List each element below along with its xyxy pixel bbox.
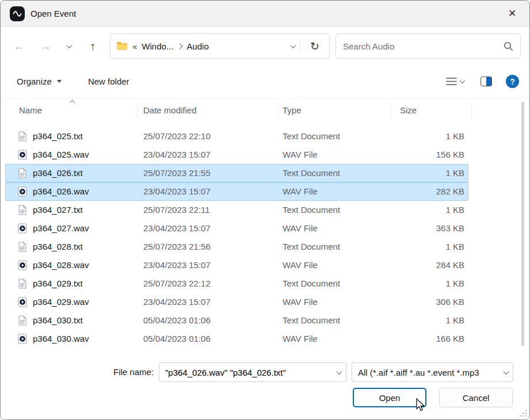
wav-file-icon: [18, 150, 27, 160]
file-row[interactable]: p364_028.wav 23/04/2023 15:07 WAV File 2…: [5, 256, 468, 274]
column-header-size[interactable]: Size: [400, 98, 417, 123]
column-headers: Name Date modified Type Size: [1, 98, 529, 123]
vertical-scrollbar[interactable]: [521, 102, 525, 346]
file-type: WAV File: [283, 146, 318, 164]
close-button[interactable]: ✕: [503, 5, 521, 23]
file-date: 05/04/2023 01:06: [143, 330, 211, 348]
wav-file-icon: [18, 334, 27, 344]
dialog-footer: File name: All (*.aif *.aiff *.au *.even…: [1, 348, 529, 419]
file-name-input[interactable]: [165, 368, 334, 377]
file-row[interactable]: p364_025.txt 25/07/2023 22:10 Text Docum…: [5, 127, 468, 146]
column-header-name[interactable]: Name: [19, 98, 42, 123]
file-date: 25/07/2023 21:56: [143, 238, 211, 256]
change-view-button[interactable]: [444, 75, 467, 88]
text-document-icon: [18, 131, 27, 142]
app-wave-icon: [10, 6, 25, 21]
cancel-button[interactable]: Cancel: [439, 388, 513, 407]
column-header-date-modified[interactable]: Date modified: [143, 98, 197, 123]
file-name: p364_025.txt: [33, 127, 83, 146]
chevron-down-icon[interactable]: [504, 369, 509, 375]
text-document-icon: [18, 205, 27, 215]
file-date: 23/04/2023 15:07: [143, 256, 211, 274]
file-type: Text Document: [283, 127, 340, 146]
text-document-icon: [18, 242, 27, 252]
file-type: Text Document: [283, 238, 340, 256]
file-type: WAV File: [283, 330, 318, 348]
file-row[interactable]: p364_025.wav 23/04/2023 15:07 WAV File 1…: [5, 146, 468, 164]
open-button[interactable]: Open: [353, 388, 426, 407]
file-name: p364_029.txt: [33, 274, 83, 293]
file-row[interactable]: p364_028.txt 25/07/2023 21:56 Text Docum…: [5, 238, 468, 256]
file-row[interactable]: p364_030.wav 05/04/2023 01:06 WAV File 1…: [5, 330, 468, 348]
preview-pane-button[interactable]: [478, 74, 494, 89]
titlebar: Open Event ✕: [1, 1, 529, 27]
open-event-dialog: Open Event ✕ ← → ↑ « Windo... Audio ↻ Or…: [0, 0, 530, 420]
file-name: p364_030.wav: [33, 330, 89, 348]
back-button[interactable]: ←: [9, 36, 29, 56]
new-folder-button[interactable]: New folder: [82, 73, 135, 90]
file-date: 23/04/2023 15:07: [143, 293, 211, 311]
file-row[interactable]: p364_027.txt 25/07/2023 22:11 Text Docum…: [5, 201, 468, 219]
file-icon-cell: [18, 334, 28, 344]
refresh-button[interactable]: ↻: [305, 36, 325, 56]
breadcrumb-current[interactable]: Audio: [186, 41, 208, 51]
breadcrumb-parent[interactable]: Windo...: [142, 41, 173, 51]
column-divider: [471, 103, 472, 119]
chevron-down-icon[interactable]: [337, 369, 342, 375]
recent-locations-button[interactable]: [62, 36, 76, 56]
file-name: p364_026.wav: [33, 182, 89, 201]
search-box[interactable]: [335, 33, 521, 59]
help-button[interactable]: ?: [506, 75, 519, 88]
file-date: 23/04/2023 15:07: [143, 182, 211, 201]
file-icon-cell: [18, 297, 28, 307]
file-icon-cell: [18, 278, 28, 289]
file-row[interactable]: p364_027.wav 23/04/2023 15:07 WAV File 3…: [5, 219, 468, 238]
file-icon-cell: [18, 223, 28, 234]
file-size: 1 KB: [349, 201, 464, 219]
column-header-type[interactable]: Type: [283, 98, 302, 123]
chevron-down-icon: [66, 43, 72, 48]
file-name: p364_025.wav: [33, 146, 89, 164]
file-size: 156 KB: [349, 146, 464, 164]
file-type-combobox[interactable]: All (*.aif *.aiff *.au *.event *.mp3: [352, 362, 513, 382]
file-name: p364_027.wav: [33, 219, 89, 238]
search-icon: [504, 41, 513, 51]
file-date: 23/04/2023 15:07: [143, 219, 211, 238]
file-row[interactable]: p364_026.wav 23/04/2023 15:07 WAV File 2…: [5, 182, 468, 201]
up-button[interactable]: ↑: [83, 36, 102, 56]
chevron-down-icon: [460, 78, 466, 83]
file-row[interactable]: p364_030.txt 05/04/2023 01:06 Text Docum…: [5, 311, 468, 330]
file-size: 1 KB: [349, 164, 464, 182]
list-view-icon: [446, 77, 457, 86]
file-icon-cell: [18, 186, 28, 197]
scrollbar-thumb[interactable]: [521, 102, 524, 346]
file-row[interactable]: p364_029.wav 23/04/2023 15:07 WAV File 3…: [5, 293, 468, 311]
command-bar: Organize New folder ?: [1, 65, 529, 98]
file-name-label: File name:: [98, 362, 154, 382]
file-type: Text Document: [283, 201, 340, 219]
breadcrumb-overflow[interactable]: «: [132, 41, 137, 51]
file-name-combobox[interactable]: [159, 362, 346, 382]
file-type: WAV File: [283, 256, 318, 274]
file-type: WAV File: [283, 293, 318, 311]
file-size: 306 KB: [349, 293, 464, 311]
file-name: p364_026.txt: [33, 164, 83, 182]
wav-file-icon: [18, 223, 27, 234]
navigation-bar: ← → ↑ « Windo... Audio ↻: [1, 27, 529, 65]
search-input[interactable]: [343, 41, 504, 51]
file-type: Text Document: [283, 274, 340, 293]
organize-label: Organize: [17, 77, 52, 86]
file-list: p364_025.txt 25/07/2023 22:10 Text Docum…: [1, 123, 529, 348]
forward-button[interactable]: →: [36, 36, 55, 56]
resize-grip[interactable]: [519, 409, 527, 417]
file-icon-cell: [18, 260, 28, 270]
file-row[interactable]: p364_026.txt 25/07/2023 21:55 Text Docum…: [5, 164, 468, 182]
file-type: Text Document: [283, 311, 340, 330]
file-size: 1 KB: [349, 127, 464, 146]
organize-button[interactable]: Organize: [11, 73, 67, 90]
file-row[interactable]: p364_029.txt 25/07/2023 22:12 Text Docum…: [5, 274, 468, 293]
address-bar[interactable]: « Windo... Audio ↻: [110, 33, 330, 59]
file-name: p364_030.txt: [33, 311, 83, 330]
address-dropdown-icon[interactable]: [291, 43, 296, 48]
file-size: 166 KB: [349, 330, 464, 348]
